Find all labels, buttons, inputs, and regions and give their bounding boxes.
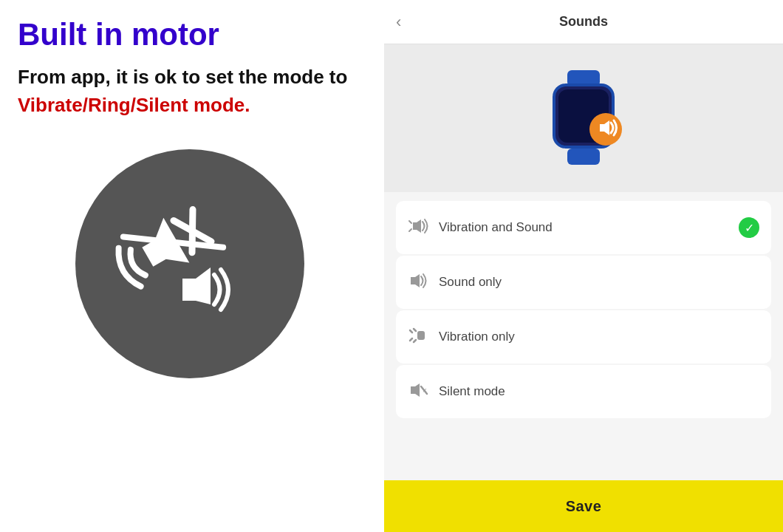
circle-icons-svg <box>109 183 271 345</box>
vibration-icon-circle <box>75 149 304 378</box>
option-silent-mode[interactable]: × Silent mode <box>396 365 771 418</box>
svg-text:×: × <box>423 386 427 395</box>
option-vibration-sound[interactable]: Vibration and Sound ✓ <box>396 201 771 254</box>
save-button[interactable]: Save <box>384 480 783 532</box>
svg-marker-4 <box>182 267 211 304</box>
svg-rect-20 <box>417 331 425 340</box>
svg-line-12 <box>409 221 411 223</box>
option-vibration-only-label: Vibration only <box>439 330 759 344</box>
page-title: Built in motor <box>18 18 219 52</box>
svg-line-13 <box>409 229 411 231</box>
back-button[interactable]: ‹ <box>396 14 401 30</box>
silent-mode-icon: × <box>408 382 428 402</box>
svg-line-17 <box>410 338 412 341</box>
svg-line-16 <box>410 330 412 332</box>
svg-line-19 <box>414 340 416 342</box>
svg-marker-15 <box>411 274 420 287</box>
right-header: ‹ Sounds <box>384 0 783 44</box>
svg-rect-9 <box>567 149 600 165</box>
option-silent-mode-label: Silent mode <box>439 384 759 399</box>
watch-preview <box>384 44 783 192</box>
option-sound-only[interactable]: Sound only <box>396 256 771 309</box>
right-panel: ‹ Sounds <box>384 0 783 532</box>
option-vibration-sound-label: Vibration and Sound <box>439 220 728 235</box>
vibration-sound-icon <box>408 218 428 238</box>
left-panel: Built in motor From app, it is ok to set… <box>0 0 384 532</box>
description-text: From app, it is ok to set the mode to Vi… <box>18 64 362 119</box>
option-vibration-only[interactable]: Vibration only <box>396 310 771 364</box>
options-list: Vibration and Sound ✓ Sound only <box>384 192 783 480</box>
selected-check-icon: ✓ <box>739 217 759 238</box>
svg-line-18 <box>414 329 416 331</box>
header-title: Sounds <box>559 14 608 30</box>
watch-svg <box>539 70 628 166</box>
option-sound-only-label: Sound only <box>439 275 759 290</box>
highlight-text: Vibrate/Ring/Silent mode. <box>18 94 250 116</box>
sound-only-icon <box>408 273 428 293</box>
vibration-only-icon <box>408 327 428 347</box>
svg-marker-14 <box>413 219 421 233</box>
svg-marker-21 <box>411 383 420 397</box>
